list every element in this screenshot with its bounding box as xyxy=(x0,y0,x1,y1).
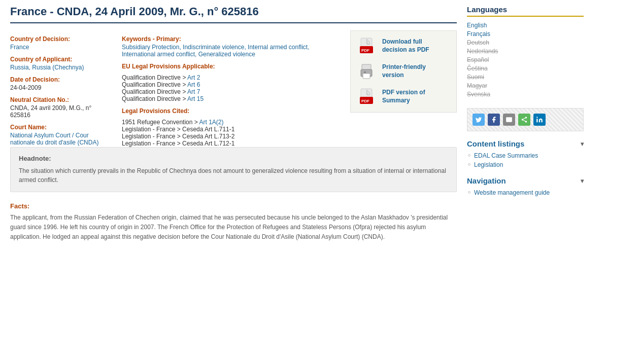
sidebar: Languages English Français Deutsch Neder… xyxy=(467,5,584,242)
pdf-summary-label: PDF version of Summary xyxy=(382,89,448,104)
lang-nederlands: Nederlands xyxy=(467,48,584,55)
email-button[interactable] xyxy=(503,114,515,126)
facts-text: The applicant, from the Russian Federati… xyxy=(10,213,457,242)
eu-provision-1: Qualification Directive > Art 2 xyxy=(122,74,340,81)
eu-provision-link-3[interactable]: Art 7 xyxy=(187,88,200,95)
legal-provision-4: Legislation - France > Ceseda Art L.712-… xyxy=(122,140,340,147)
action-box: PDF Download full decision as PDF xyxy=(350,30,457,113)
eu-provision-4: Qualification Directive > Art 15 xyxy=(122,95,340,102)
country-decision-link[interactable]: France xyxy=(10,44,29,51)
svg-point-16 xyxy=(536,117,537,118)
neutral-citation-label: Neutral Citation No.: xyxy=(10,96,112,103)
legal-provision-1: 1951 Refugee Convention > Art 1A(2) xyxy=(122,119,340,126)
navigation-chevron: ▾ xyxy=(581,177,584,185)
printer-friendly-label: Printer-friendly version xyxy=(382,63,448,79)
lang-francais[interactable]: Français xyxy=(467,30,584,38)
facebook-button[interactable] xyxy=(488,114,500,126)
country-applicant-label: Country of Applicant: xyxy=(10,56,112,63)
pdf-download-icon: PDF xyxy=(359,37,377,55)
lang-magyar: Magyar xyxy=(467,82,584,89)
linkedin-button[interactable] xyxy=(533,114,546,126)
legal-provision-3: Legislation - France > Ceseda Art L.713-… xyxy=(122,133,340,140)
lang-cestina: Čeština xyxy=(467,65,584,72)
svg-rect-6 xyxy=(364,71,366,73)
main-content: France - CNDA, 24 April 2009, Mr. G., n°… xyxy=(10,5,467,242)
lang-suomi: Suomi xyxy=(467,74,584,81)
date-decision-label: Date of Decision: xyxy=(10,76,112,83)
legal-provision-2: Legislation - France > Ceseda Art L.711-… xyxy=(122,126,340,133)
country-decision-label: Country of Decision: xyxy=(10,35,112,43)
lang-english[interactable]: English xyxy=(467,22,584,29)
languages-title: Languages xyxy=(467,5,584,17)
twitter-button[interactable] xyxy=(473,114,485,126)
svg-point-12 xyxy=(525,121,527,123)
pdf-summary-button[interactable]: PDF PDF version of Summary xyxy=(359,88,448,106)
legal-provisions-label: Legal Provisions Cited: xyxy=(122,107,340,115)
lang-espanol: Español xyxy=(467,56,584,63)
content-listings-chevron: ▾ xyxy=(581,140,584,148)
svg-line-14 xyxy=(523,118,525,119)
date-decision-value: 24-04-2009 xyxy=(10,84,112,91)
eu-provisions-list: Qualification Directive > Art 2 Qualific… xyxy=(122,74,340,102)
svg-text:PDF: PDF xyxy=(361,99,369,103)
eu-provision-2: Qualification Directive > Art 6 xyxy=(122,81,340,88)
printer-icon xyxy=(359,62,377,81)
country-applicant-link[interactable]: Russia, Russia (Chechnya) xyxy=(10,64,84,71)
languages-section: Languages English Français Deutsch Neder… xyxy=(467,5,584,98)
content-listings-title: Content listings xyxy=(467,139,524,148)
content-listing-item-2[interactable]: Legislation xyxy=(474,161,584,168)
svg-point-10 xyxy=(525,117,527,119)
svg-point-11 xyxy=(522,119,524,121)
facts-section: Facts: The applicant, from the Russian F… xyxy=(10,202,457,242)
navigation-section: Navigation ▾ Website management guide xyxy=(467,176,584,196)
share-button[interactable] xyxy=(518,114,530,126)
meta-right: Keywords - Primary: Subsidiary Protectio… xyxy=(122,30,340,147)
svg-text:PDF: PDF xyxy=(361,48,369,53)
content-listings-section: Content listings ▾ EDAL Case Summaries L… xyxy=(467,139,584,168)
headnote-title: Headnote: xyxy=(19,155,448,162)
svg-rect-5 xyxy=(363,74,370,79)
legal-provisions-list: 1951 Refugee Convention > Art 1A(2) Legi… xyxy=(122,119,340,147)
navigation-item-1[interactable]: Website management guide xyxy=(474,189,584,196)
eu-provision-link-2[interactable]: Art 6 xyxy=(187,81,200,88)
eu-provisions-label: EU Legal Provisions Applicable: xyxy=(122,63,340,70)
headnote-text: The situation which currently prevails i… xyxy=(19,166,448,185)
headnote-box: Headnote: The situation which currently … xyxy=(10,147,457,192)
legal-provision-link-1[interactable]: Art 1A(2) xyxy=(199,119,223,126)
download-pdf-label: Download full decision as PDF xyxy=(382,38,448,54)
navigation-list: Website management guide xyxy=(467,189,584,196)
languages-list: English Français Deutsch Nederlands Espa… xyxy=(467,22,584,98)
keywords-list: Subsidiary Protection, Indiscriminate vi… xyxy=(122,44,340,58)
court-name-link[interactable]: National Asylum Court / Cour nationale d… xyxy=(10,132,98,146)
lang-deutsch: Deutsch xyxy=(467,39,584,46)
social-bar xyxy=(467,108,584,131)
eu-provision-link-4[interactable]: Art 15 xyxy=(187,95,204,102)
svg-line-13 xyxy=(523,120,525,121)
neutral-citation-value: CNDA, 24 avril 2009, M.G., n° 625816 xyxy=(10,104,112,119)
content-listing-item-1[interactable]: EDAL Case Summaries xyxy=(474,152,584,159)
navigation-header[interactable]: Navigation ▾ xyxy=(467,176,584,185)
court-name-label: Court Name: xyxy=(10,124,112,131)
svg-rect-15 xyxy=(536,119,537,122)
meta-left: Country of Decision: France Country of A… xyxy=(10,30,112,147)
eu-provision-link-1[interactable]: Art 2 xyxy=(187,74,200,81)
page-title: France - CNDA, 24 April 2009, Mr. G., n°… xyxy=(10,5,457,23)
download-pdf-button[interactable]: PDF Download full decision as PDF xyxy=(359,37,448,55)
keywords-label: Keywords - Primary: xyxy=(122,35,340,43)
content-listings-header[interactable]: Content listings ▾ xyxy=(467,139,584,148)
content-listings-list: EDAL Case Summaries Legislation xyxy=(467,152,584,168)
pdf-summary-icon: PDF xyxy=(359,88,377,106)
facts-title: Facts: xyxy=(10,202,457,210)
navigation-title: Navigation xyxy=(467,176,506,185)
eu-provision-3: Qualification Directive > Art 7 xyxy=(122,88,340,95)
printer-friendly-button[interactable]: Printer-friendly version xyxy=(359,62,448,81)
lang-svenska: Svenska xyxy=(467,91,584,98)
